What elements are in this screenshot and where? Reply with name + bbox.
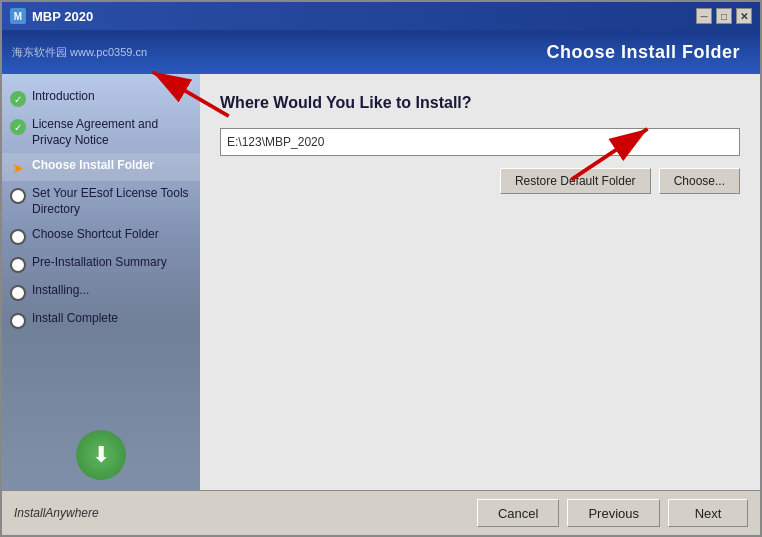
sidebar: ✓ Introduction ✓ License Agreement and P…	[2, 74, 200, 490]
sidebar-item-choose-install[interactable]: ➤ Choose Install Folder	[2, 153, 200, 181]
previous-button[interactable]: Previous	[567, 499, 660, 527]
footer-buttons: Cancel Previous Next	[477, 499, 748, 527]
title-bar-left: M MBP 2020	[10, 8, 93, 24]
app-icon: M	[10, 8, 26, 24]
window-title: MBP 2020	[32, 9, 93, 24]
maximize-button[interactable]: □	[716, 8, 732, 24]
footer: InstallAnywhere Cancel Previous Next	[2, 490, 760, 535]
circle-icon-pre-installation	[10, 257, 26, 273]
sidebar-item-install-complete[interactable]: Install Complete	[2, 306, 200, 334]
watermark-text: 海东软件园 www.pc0359.cn	[12, 45, 147, 60]
panel-title: Where Would You Like to Install?	[220, 94, 740, 112]
main-content: ✓ Introduction ✓ License Agreement and P…	[2, 74, 760, 490]
sidebar-label-pre-installation: Pre-Installation Summary	[32, 255, 167, 271]
check-icon-introduction: ✓	[10, 91, 26, 107]
circle-icon-choose-shortcut	[10, 229, 26, 245]
sidebar-label-install-complete: Install Complete	[32, 311, 118, 327]
sidebar-label-choose-install: Choose Install Folder	[32, 158, 154, 174]
restore-default-button[interactable]: Restore Default Folder	[500, 168, 651, 194]
title-bar: M MBP 2020 ─ □ ✕	[2, 2, 760, 30]
installer-window: M MBP 2020 ─ □ ✕ 海东软件园 www.pc0359.cn Cho…	[0, 0, 762, 537]
folder-path-input[interactable]	[220, 128, 740, 156]
circle-icon-installing	[10, 285, 26, 301]
cancel-button[interactable]: Cancel	[477, 499, 559, 527]
circle-icon-install-complete	[10, 313, 26, 329]
folder-buttons-row: Restore Default Folder Choose...	[220, 168, 740, 194]
sidebar-item-pre-installation[interactable]: Pre-Installation Summary	[2, 250, 200, 278]
close-button[interactable]: ✕	[736, 8, 752, 24]
circle-icon-set-eesof	[10, 188, 26, 204]
next-button[interactable]: Next	[668, 499, 748, 527]
check-icon-license: ✓	[10, 119, 26, 135]
right-panel: Where Would You Like to Install? Restore…	[200, 74, 760, 490]
download-icon: ⬇	[76, 430, 126, 480]
sidebar-item-license[interactable]: ✓ License Agreement and Privacy Notice	[2, 112, 200, 153]
sidebar-item-introduction[interactable]: ✓ Introduction	[2, 84, 200, 112]
sidebar-label-set-eesof: Set Your EEsof License Tools Directory	[32, 186, 192, 217]
install-anywhere-brand: InstallAnywhere	[14, 506, 99, 520]
sidebar-label-license: License Agreement and Privacy Notice	[32, 117, 192, 148]
sidebar-item-installing[interactable]: Installing...	[2, 278, 200, 306]
title-bar-buttons: ─ □ ✕	[696, 8, 752, 24]
sidebar-item-choose-shortcut[interactable]: Choose Shortcut Folder	[2, 222, 200, 250]
header-title: Choose Install Folder	[546, 42, 740, 63]
sidebar-item-set-eesof[interactable]: Set Your EEsof License Tools Directory	[2, 181, 200, 222]
sidebar-label-choose-shortcut: Choose Shortcut Folder	[32, 227, 159, 243]
sidebar-label-installing: Installing...	[32, 283, 89, 299]
arrow-icon-choose-install: ➤	[10, 160, 26, 176]
minimize-button[interactable]: ─	[696, 8, 712, 24]
folder-input-row	[220, 128, 740, 156]
choose-button[interactable]: Choose...	[659, 168, 740, 194]
header-banner: 海东软件园 www.pc0359.cn Choose Install Folde…	[2, 30, 760, 74]
sidebar-label-introduction: Introduction	[32, 89, 95, 105]
sidebar-bottom-icon: ⬇	[76, 430, 126, 480]
